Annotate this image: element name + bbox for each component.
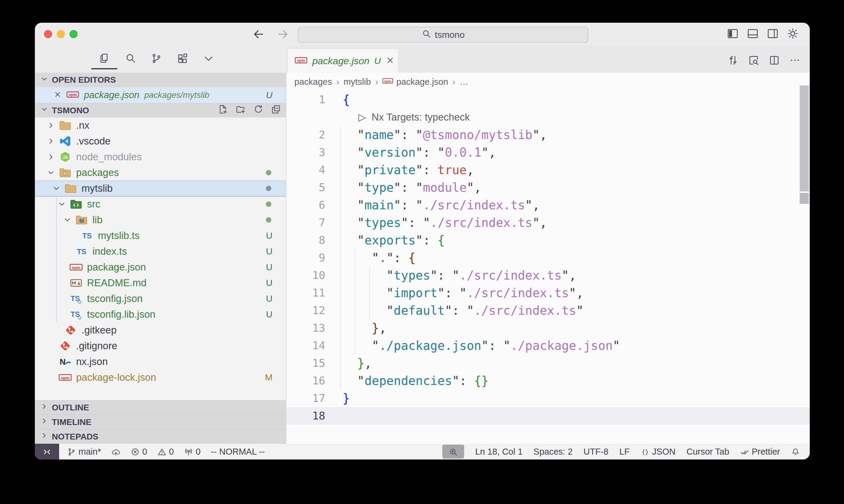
tree-item-src[interactable]: src	[35, 196, 286, 212]
activity-item-more-views[interactable]	[202, 49, 215, 69]
status-item-warnings[interactable]: 0	[157, 447, 174, 457]
forward-icon[interactable]	[277, 28, 289, 41]
status-item-indentation[interactable]: Spaces: 2	[534, 447, 573, 457]
tree-item-tsconfig-json[interactable]: TStsconfig.jsonU	[35, 291, 286, 307]
status-item-sync[interactable]	[111, 447, 120, 457]
collapse-folders-icon[interactable]	[271, 104, 281, 116]
folder-tan-icon	[64, 182, 77, 195]
tree-item-mytslib[interactable]: mytslib	[35, 181, 286, 196]
breadcrumb-item[interactable]: npmpackage.json	[382, 77, 448, 87]
code-line-6[interactable]: 6 "main": "./src/index.ts",	[287, 196, 810, 214]
command-center-search[interactable]: tsmono	[298, 26, 588, 43]
tree-item--vscode[interactable]: .vscode	[35, 133, 286, 149]
code-line-18[interactable]: 18	[287, 407, 810, 425]
git-icon	[64, 323, 77, 337]
open-editors-search-icon[interactable]	[748, 55, 759, 67]
code-line-15[interactable]: 15 },	[287, 354, 810, 372]
settings-gear-icon[interactable]	[787, 28, 799, 41]
editor-scrollbar[interactable]	[800, 85, 809, 192]
codelens-nx-targets[interactable]: ▷ Nx Targets: typecheck	[287, 108, 810, 126]
code-line-3[interactable]: 3 "version": "0.0.1",	[287, 144, 810, 161]
tree-item-label: mytslib.ts	[98, 230, 140, 241]
status-item-language-mode[interactable]: {}JSON	[641, 447, 675, 457]
twistie-open-icon[interactable]	[49, 184, 64, 193]
remote-indicator[interactable]	[35, 444, 59, 460]
twistie-closed-icon[interactable]	[44, 121, 58, 130]
status-item-cursor-position[interactable]: Ln 18, Col 1	[475, 447, 522, 457]
tree-item-tsconfig-lib-json[interactable]: TStsconfig.lib.jsonU	[35, 307, 286, 322]
code-line-11[interactable]: 11 "import": "./src/index.ts",	[287, 284, 810, 302]
new-folder-icon[interactable]	[236, 104, 246, 116]
tree-item-README-md[interactable]: README.mdU	[35, 275, 286, 291]
breadcrumb-item[interactable]: …	[460, 77, 468, 87]
breadcrumb-item[interactable]: mytslib	[344, 77, 371, 87]
tree-item--nx[interactable]: .nx	[35, 118, 286, 133]
tree-item-packages[interactable]: packages	[35, 165, 286, 181]
tree-item-mytslib-ts[interactable]: TSmytslib.tsU	[35, 228, 286, 244]
status-item-ports[interactable]: 0	[184, 447, 201, 457]
tree-item--gitkeep[interactable]: .gitkeep	[35, 322, 286, 338]
back-icon[interactable]	[253, 28, 265, 41]
twistie-open-icon[interactable]	[44, 168, 58, 177]
section-title: NOTEPADS	[52, 432, 99, 442]
code-line-5[interactable]: 5 "type": "module",	[287, 179, 810, 196]
status-item-encoding[interactable]: UTF-8	[584, 447, 608, 457]
open-changes-icon[interactable]	[727, 55, 739, 67]
code-line-2[interactable]: 2 "name": "@tsmono/mytslib",	[287, 126, 810, 144]
workspace-header[interactable]: TSMONO	[35, 103, 286, 118]
activity-item-extensions[interactable]	[176, 49, 189, 69]
code-line-1[interactable]: 1{	[287, 91, 810, 108]
tree-item-node-modules[interactable]: JSnode_modules	[35, 149, 286, 165]
close-window-button[interactable]	[44, 30, 52, 38]
twistie-closed-icon[interactable]	[44, 137, 58, 145]
section-header-timeline[interactable]: TIMELINE	[35, 415, 286, 429]
minimize-window-button[interactable]	[57, 30, 65, 38]
code-line-10[interactable]: 10 "types": "./src/index.ts",	[287, 267, 810, 284]
code-line-12[interactable]: 12 "default": "./src/index.ts"	[287, 302, 810, 319]
code-line-4[interactable]: 4 "private": true,	[287, 161, 810, 179]
twistie-open-icon[interactable]	[60, 216, 75, 224]
status-item-formatter[interactable]: Prettier	[740, 447, 780, 457]
more-actions-icon[interactable]	[789, 55, 800, 67]
activity-item-explorer[interactable]	[98, 49, 111, 69]
status-item-eol[interactable]: LF	[619, 447, 630, 457]
status-item-zoom-indicator[interactable]	[442, 445, 464, 458]
toggle-secondary-sidebar-icon[interactable]	[767, 28, 779, 41]
code-line-14[interactable]: 14 "./package.json": "./package.json"	[287, 337, 810, 354]
new-file-icon[interactable]	[218, 104, 228, 116]
zoom-window-button[interactable]	[69, 30, 77, 38]
code-line-17[interactable]: 17}	[287, 390, 810, 407]
status-item-branch[interactable]: main*	[67, 447, 101, 457]
tree-item-lib[interactable]: lib	[35, 212, 286, 228]
tree-item-package-json[interactable]: npmpackage.jsonU	[35, 259, 286, 275]
status-item-vim-mode[interactable]: -- NORMAL --	[211, 447, 265, 457]
code-line-8[interactable]: 8 "exports": {	[287, 231, 810, 249]
code-line-7[interactable]: 7 "types": "./src/index.ts",	[287, 214, 810, 231]
open-editors-header[interactable]: OPEN EDITORS	[35, 73, 286, 87]
breadcrumb-item[interactable]: packages	[294, 77, 332, 87]
section-header-notepads[interactable]: NOTEPADS	[35, 429, 286, 444]
refresh-explorer-icon[interactable]	[253, 104, 263, 116]
code-area[interactable]: 1{▷ Nx Targets: typecheck2 "name": "@tsm…	[287, 91, 810, 444]
status-item-cursor-tab[interactable]: Cursor Tab	[686, 447, 729, 457]
code-line-9[interactable]: 9 ".": {	[287, 249, 810, 267]
activity-item-search[interactable]	[124, 49, 137, 69]
tree-item-index-ts[interactable]: TSindex.tsU	[35, 244, 286, 259]
twistie-closed-icon[interactable]	[44, 152, 58, 161]
code-line-13[interactable]: 13 },	[287, 319, 810, 337]
status-item-errors[interactable]: 0	[131, 447, 147, 457]
code-line-16[interactable]: 16 "dependencies": {}	[287, 372, 810, 390]
open-editor-item[interactable]: npm package.json packages/mytslib U	[35, 87, 286, 103]
toggle-primary-sidebar-icon[interactable]	[727, 28, 739, 41]
tab-package-json[interactable]: npm package.json U	[288, 49, 398, 73]
close-editor-icon[interactable]	[54, 91, 62, 100]
tree-item-nx-json[interactable]: Nnx.json	[35, 354, 286, 370]
tab-close-icon[interactable]	[385, 56, 395, 66]
section-header-outline[interactable]: OUTLINE	[35, 400, 286, 415]
split-editor-icon[interactable]	[769, 55, 780, 67]
tree-item--gitignore[interactable]: .gitignore	[35, 338, 286, 354]
toggle-panel-icon[interactable]	[747, 28, 759, 41]
status-item-notifications[interactable]	[791, 447, 800, 457]
tree-item-package-lock-json[interactable]: npmpackage-lock.jsonM	[35, 370, 286, 385]
activity-item-source-control[interactable]	[150, 49, 163, 69]
